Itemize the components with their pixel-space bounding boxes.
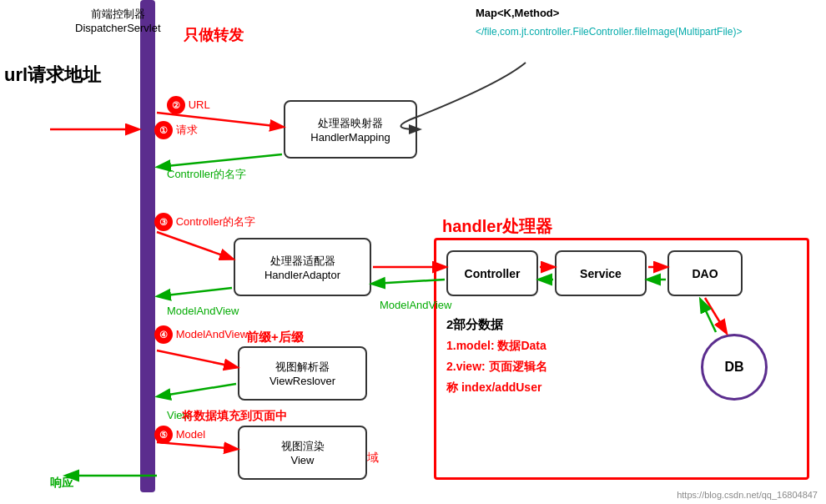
view-render-box: 视图渲染 View [238, 426, 367, 480]
watermark: https://blog.csdn.net/qq_16804847 [677, 490, 818, 500]
svg-line-12 [159, 288, 232, 296]
handler-processor-label: handler处理器 [442, 215, 552, 238]
service-box: Service [555, 250, 647, 296]
step1-label: ① 请求 [154, 121, 198, 139]
controller-box: Controller [446, 250, 538, 296]
map-label: Map<K,Method> [476, 7, 559, 19]
url-label: url请求地址 [4, 63, 101, 88]
file-path-label: </file,com.jt.controller.FileController.… [476, 25, 742, 39]
svg-line-14 [159, 384, 236, 396]
db-circle: DB [701, 334, 768, 401]
model-and-view-return: ModelAndView [167, 305, 239, 317]
vertical-bar [140, 0, 155, 492]
domain-label: 域 [367, 451, 379, 466]
fill-data-label: 将数据填充到页面中 [182, 409, 287, 424]
step3-label: ③ Controller的名字 [154, 213, 255, 231]
only-forward-label: 只做转发 [184, 25, 244, 45]
svg-line-3 [157, 232, 232, 259]
handler-mapping-box: 处理器映射器 HandlerMapping [284, 100, 417, 159]
step4-label: ④ ModelAndView [154, 325, 248, 344]
svg-line-13 [157, 350, 236, 367]
svg-line-2 [159, 154, 282, 167]
response-label: 响应 [50, 476, 73, 491]
view-resolver-box: 视图解析器 ViewReslover [238, 346, 367, 401]
step5-label: ⑤ Model [154, 426, 205, 444]
info-text: 2部分数据 1.model: 数据Data 2.view: 页面逻辑名 称 in… [446, 313, 547, 399]
dispatcher-label: 前端控制器 DispatcherServlet [75, 7, 161, 34]
modelview-adaptor-out: ModelAndView [380, 299, 451, 311]
dao-box: DAO [667, 250, 743, 296]
prefix-suffix-label: 前缀+后缀 [246, 330, 304, 345]
handler-adaptor-box: 处理器适配器 HandlerAdaptor [234, 238, 371, 296]
diagram-container: url请求地址 前端控制器 DispatcherServlet 只做转发 Map… [0, 0, 826, 504]
step2-label: ② URL [167, 96, 210, 114]
controller-name-return: Controller的名字 [167, 167, 246, 182]
